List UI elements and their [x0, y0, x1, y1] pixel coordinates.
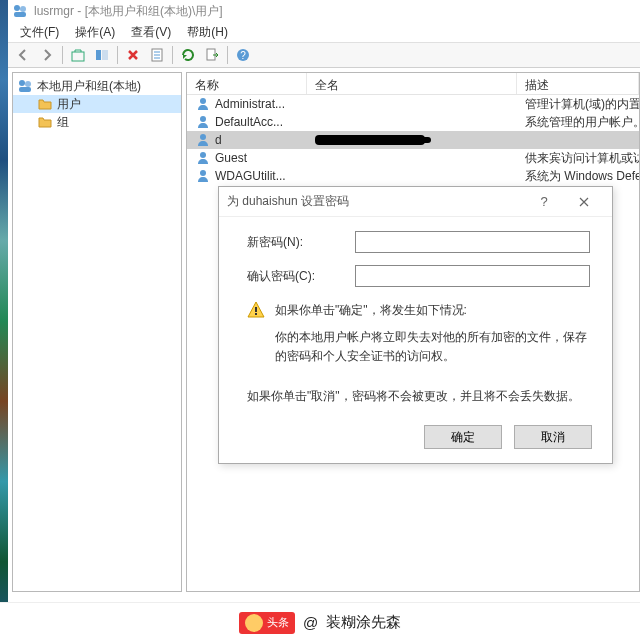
back-button[interactable]	[12, 44, 34, 66]
toolbar-sep	[172, 46, 173, 64]
list-header: 名称 全名 描述	[187, 73, 639, 95]
dialog-note: 如果你单击"取消"，密码将不会被更改，并且将不会丢失数据。	[247, 387, 590, 406]
cell-name: Administrat...	[187, 96, 307, 112]
svg-point-14	[25, 81, 31, 87]
properties-button[interactable]	[146, 44, 168, 66]
svg-point-18	[200, 134, 206, 140]
svg-rect-15	[19, 87, 31, 92]
folder-icon	[37, 96, 53, 112]
new-password-input[interactable]	[355, 231, 590, 253]
confirm-password-label: 确认密码(C):	[247, 268, 355, 285]
cell-desc: 供来宾访问计算机或访问域的内...	[517, 150, 639, 167]
watermark-badge: 头条	[239, 612, 295, 634]
tree-panel: 本地用户和组(本地) 用户 组	[12, 72, 182, 592]
svg-point-0	[14, 5, 20, 11]
user-icon	[195, 96, 211, 112]
dialog-close-button[interactable]	[564, 188, 604, 216]
cancel-button[interactable]: 取消	[514, 425, 592, 449]
svg-rect-3	[72, 52, 84, 61]
table-row[interactable]: d	[187, 131, 639, 149]
refresh-button[interactable]	[177, 44, 199, 66]
forward-button[interactable]	[36, 44, 58, 66]
export-button[interactable]	[201, 44, 223, 66]
cell-desc: 系统为 Windows Defender 应用...	[517, 168, 639, 185]
user-icon	[195, 150, 211, 166]
cell-desc: 管理计算机(域)的内置帐户	[517, 96, 639, 113]
cell-name: d	[187, 132, 307, 148]
ok-button[interactable]: 确定	[424, 425, 502, 449]
avatar-icon	[245, 614, 263, 632]
svg-rect-4	[96, 50, 101, 60]
col-name[interactable]: 名称	[187, 73, 307, 94]
cell-name: Guest	[187, 150, 307, 166]
cell-name: WDAGUtilit...	[187, 168, 307, 184]
menu-file[interactable]: 文件(F)	[12, 22, 67, 43]
cell-name: DefaultAcc...	[187, 114, 307, 130]
svg-point-16	[200, 98, 206, 104]
svg-rect-2	[14, 12, 26, 17]
dialog-titlebar[interactable]: 为 duhaishun 设置密码 ?	[219, 187, 612, 217]
menu-action[interactable]: 操作(A)	[67, 22, 123, 43]
close-icon	[579, 197, 589, 207]
user-icon	[195, 114, 211, 130]
table-row[interactable]: Guest供来宾访问计算机或访问域的内...	[187, 149, 639, 167]
tree-root[interactable]: 本地用户和组(本地)	[13, 77, 181, 95]
dialog-title: 为 duhaishun 设置密码	[227, 193, 349, 210]
warn-line2: 你的本地用户帐户将立即失去对他的所有加密的文件，保存的密码和个人安全证书的访问权…	[275, 328, 590, 366]
confirm-password-input[interactable]	[355, 265, 590, 287]
new-password-label: 新密码(N):	[247, 234, 355, 251]
watermark: 头条 @ 装糊涂先森	[0, 602, 640, 642]
menu-help[interactable]: 帮助(H)	[179, 22, 236, 43]
svg-point-13	[19, 80, 25, 86]
warning-icon	[247, 301, 265, 319]
watermark-author: 装糊涂先森	[326, 613, 401, 632]
redacted-icon	[315, 135, 425, 145]
toolbar-sep	[117, 46, 118, 64]
svg-point-17	[200, 116, 206, 122]
svg-point-20	[200, 170, 206, 176]
delete-button[interactable]	[122, 44, 144, 66]
svg-point-19	[200, 152, 206, 158]
tree-root-label: 本地用户和组(本地)	[37, 78, 141, 95]
svg-text:?: ?	[240, 50, 246, 61]
svg-point-1	[20, 6, 26, 12]
table-row[interactable]: DefaultAcc...系统管理的用户帐户。	[187, 113, 639, 131]
show-hide-button[interactable]	[91, 44, 113, 66]
help-button[interactable]: ?	[232, 44, 254, 66]
menu-view[interactable]: 查看(V)	[123, 22, 179, 43]
dialog-help-button[interactable]: ?	[524, 188, 564, 216]
list-body: Administrat...管理计算机(域)的内置帐户DefaultAcc...…	[187, 95, 639, 185]
up-button[interactable]	[67, 44, 89, 66]
toolbar-sep	[227, 46, 228, 64]
toolbar: ?	[8, 42, 640, 68]
tree-item-label: 组	[57, 114, 69, 131]
tree-item-users[interactable]: 用户	[13, 95, 181, 113]
cell-desc: 系统管理的用户帐户。	[517, 114, 639, 131]
svg-rect-21	[255, 307, 257, 312]
window-edge-strip	[0, 0, 8, 642]
app-icon	[12, 3, 28, 19]
toolbar-sep	[62, 46, 63, 64]
tree-item-groups[interactable]: 组	[13, 113, 181, 131]
set-password-dialog: 为 duhaishun 设置密码 ? 新密码(N): 确认密码(C): 如果你单…	[218, 186, 613, 464]
titlebar: lusrmgr - [本地用户和组(本地)\用户]	[8, 0, 640, 22]
tree-item-label: 用户	[57, 96, 81, 113]
col-desc[interactable]: 描述	[517, 73, 639, 94]
cell-fullname	[307, 135, 517, 145]
folder-icon	[37, 114, 53, 130]
watermark-at: @	[303, 614, 318, 631]
menubar: 文件(F) 操作(A) 查看(V) 帮助(H)	[8, 22, 640, 42]
user-icon	[195, 132, 211, 148]
window-title: lusrmgr - [本地用户和组(本地)\用户]	[34, 3, 223, 20]
svg-rect-5	[102, 50, 108, 60]
warn-line1: 如果你单击"确定"，将发生如下情况:	[275, 301, 590, 320]
users-group-icon	[17, 78, 33, 94]
user-icon	[195, 168, 211, 184]
col-fullname[interactable]: 全名	[307, 73, 517, 94]
table-row[interactable]: Administrat...管理计算机(域)的内置帐户	[187, 95, 639, 113]
svg-rect-22	[255, 313, 257, 315]
table-row[interactable]: WDAGUtilit...系统为 Windows Defender 应用...	[187, 167, 639, 185]
